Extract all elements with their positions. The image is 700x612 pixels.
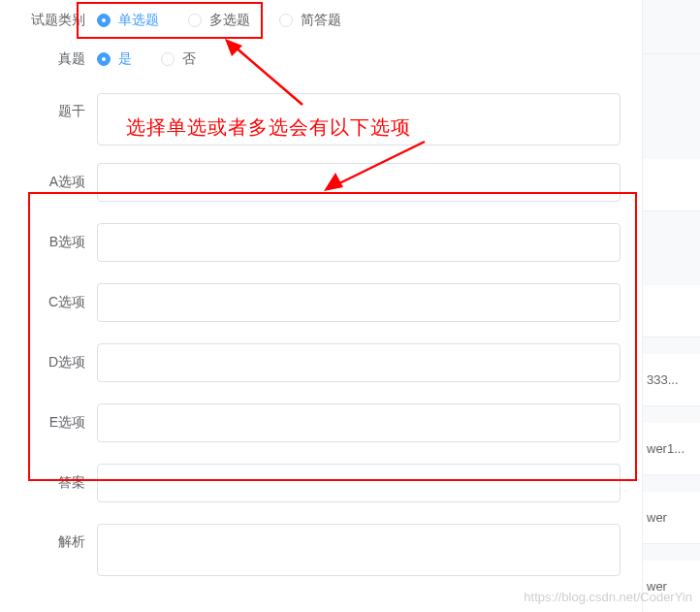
- row-answer: 答案: [0, 464, 642, 502]
- row-stem: 题干: [0, 93, 642, 145]
- radio-label: 是: [118, 50, 132, 68]
- radio-yes[interactable]: 是: [97, 50, 132, 68]
- label-option-a: A选项: [29, 174, 85, 191]
- radio-no[interactable]: 否: [161, 50, 196, 68]
- row-option-b: B选项: [0, 223, 642, 262]
- bg-cell: wer1...: [647, 441, 684, 456]
- row-analysis: 解析: [0, 524, 642, 576]
- bg-row: wer: [643, 561, 700, 612]
- label-is-real: 真题: [56, 50, 85, 68]
- bg-row: wer1...: [643, 423, 700, 475]
- row-option-a: A选项: [0, 163, 642, 202]
- radio-icon: [188, 14, 202, 27]
- bg-row: [643, 159, 700, 211]
- bg-header: [643, 0, 700, 54]
- answer-input[interactable]: [97, 464, 620, 502]
- radio-label: 多选题: [209, 12, 250, 29]
- option-e-input[interactable]: [97, 403, 620, 442]
- background-table-strip: 333... wer1... wer wer: [642, 0, 700, 612]
- radio-multi-choice[interactable]: 多选题: [188, 12, 250, 29]
- bg-cell: wer: [647, 510, 667, 525]
- form-panel: 试题类别 单选题 多选题 简答题 真题 是 否: [0, 0, 642, 612]
- radio-icon: [97, 14, 111, 27]
- row-option-e: E选项: [0, 403, 642, 442]
- radio-short-answer[interactable]: 简答题: [279, 12, 341, 29]
- label-question-type: 试题类别: [29, 12, 85, 29]
- label-option-e: E选项: [29, 414, 85, 432]
- bg-cell: 333...: [647, 372, 679, 387]
- label-answer: 答案: [29, 474, 85, 492]
- bg-row: 333...: [643, 354, 700, 406]
- bg-row: [643, 285, 700, 338]
- radio-group-question-type: 单选题 多选题 简答题: [97, 12, 370, 29]
- bg-cell: [647, 177, 651, 192]
- radio-single-choice[interactable]: 单选题: [97, 12, 159, 29]
- option-c-input[interactable]: [97, 283, 620, 322]
- radio-icon: [279, 14, 293, 27]
- radio-label: 否: [182, 50, 196, 68]
- option-d-input[interactable]: [97, 343, 620, 382]
- label-analysis: 解析: [29, 524, 85, 551]
- option-b-input[interactable]: [97, 223, 620, 262]
- radio-label: 单选题: [118, 12, 159, 29]
- bg-cell: wer: [647, 579, 667, 594]
- label-option-d: D选项: [29, 354, 85, 371]
- label-stem: 题干: [29, 93, 85, 120]
- bg-row: wer: [643, 492, 700, 544]
- radio-icon: [97, 52, 111, 66]
- row-question-type: 试题类别 单选题 多选题 简答题: [0, 12, 642, 29]
- analysis-input[interactable]: [97, 524, 620, 576]
- label-option-c: C选项: [29, 294, 85, 311]
- row-is-real: 真题 是 否: [0, 50, 642, 68]
- row-option-c: C选项: [0, 283, 642, 322]
- label-option-b: B选项: [29, 234, 85, 251]
- radio-icon: [161, 52, 175, 66]
- radio-group-is-real: 是 否: [97, 50, 225, 68]
- radio-label: 简答题: [301, 12, 341, 29]
- option-a-input[interactable]: [97, 163, 620, 202]
- stem-input[interactable]: [97, 93, 620, 145]
- row-option-d: D选项: [0, 343, 642, 382]
